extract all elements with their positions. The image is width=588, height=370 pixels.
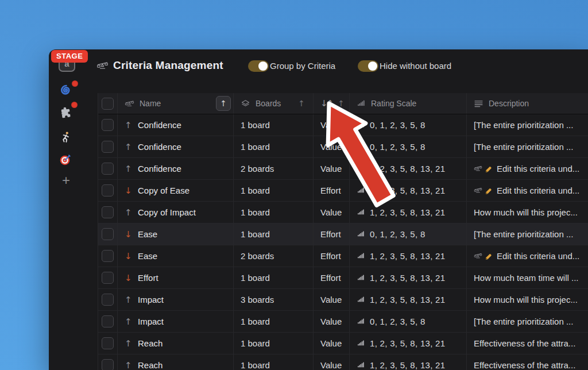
description-cell[interactable]: Edit this criteria und... xyxy=(467,180,588,201)
target-icon[interactable] xyxy=(59,153,72,167)
name-cell[interactable]: ↑ Confidence xyxy=(118,136,234,157)
table-row[interactable]: ↑ Reach 1 board Value 1, 2, 3, 5, 8, 13,… xyxy=(98,333,588,354)
name-cell[interactable]: ↑ Confidence xyxy=(118,158,234,179)
row-checkbox[interactable] xyxy=(102,294,114,306)
table-row[interactable]: ↑ Impact 1 board Value 0, 1, 2, 3, 5, 8 … xyxy=(98,311,588,333)
table-row[interactable]: ↓ Ease 2 boards Effort 1, 2, 3, 5, 8, 13… xyxy=(98,245,588,267)
type-cell[interactable]: Effort xyxy=(314,267,350,288)
rating-scale-cell[interactable]: 1, 2, 3, 5, 8, 13, 21 xyxy=(350,354,467,370)
name-cell[interactable]: ↓ Copy of Ease xyxy=(118,180,234,201)
column-header-name[interactable]: Name ↑ xyxy=(118,93,234,114)
type-cell[interactable]: Value xyxy=(314,202,350,223)
rating-scale-cell[interactable]: 0, 1, 2, 3, 5, 8 xyxy=(350,114,467,136)
type-cell[interactable]: Value xyxy=(314,158,350,179)
type-cell[interactable]: Effort xyxy=(314,245,350,267)
row-checkbox[interactable] xyxy=(102,163,114,175)
type-cell[interactable]: Value xyxy=(314,311,350,332)
name-cell[interactable]: ↑ Impact xyxy=(118,289,234,310)
description-cell[interactable]: Edit this criteria und... xyxy=(467,245,588,267)
sort-asc-button[interactable]: ↑ xyxy=(216,96,231,111)
boards-cell[interactable]: 1 board xyxy=(234,311,314,332)
row-checkbox[interactable] xyxy=(102,119,114,131)
description-cell[interactable]: [The entire prioritization ... xyxy=(467,223,588,245)
description-cell[interactable]: [The entire prioritization ... xyxy=(467,136,588,157)
select-all-checkbox[interactable] xyxy=(102,98,114,110)
runner-icon[interactable] xyxy=(59,130,72,144)
boards-cell[interactable]: 1 board xyxy=(234,333,314,354)
rating-scale-cell[interactable]: 0, 1, 2, 3, 5, 8 xyxy=(350,136,467,157)
puzzle-icon[interactable] xyxy=(59,106,72,120)
boards-cell[interactable]: 1 board xyxy=(234,136,314,157)
table-row[interactable]: ↑ Copy of Impact 1 board Value 1, 2, 3, … xyxy=(98,202,588,223)
boards-cell[interactable]: 2 boards xyxy=(234,245,314,267)
name-cell[interactable]: ↓ Effort xyxy=(118,267,234,288)
row-checkbox[interactable] xyxy=(102,272,114,284)
description-cell[interactable]: Effectiveness of the attra... xyxy=(467,354,588,370)
type-cell[interactable]: Value xyxy=(314,114,350,136)
notification-dot xyxy=(71,102,78,108)
rating-scale-cell[interactable]: 0, 1, 2, 3, 5, 8 xyxy=(350,223,467,245)
description-cell[interactable]: How much will this projec... xyxy=(467,289,588,310)
type-cell[interactable]: Value xyxy=(314,354,350,370)
boards-cell[interactable]: 1 board xyxy=(234,267,314,288)
type-cell[interactable]: Value xyxy=(314,289,350,310)
add-workspace-button[interactable]: + xyxy=(59,174,73,187)
description-cell[interactable]: [The entire prioritization ... xyxy=(467,114,588,136)
boards-cell[interactable]: 1 board xyxy=(234,223,314,245)
rating-scale-cell[interactable]: 1, 2, 3, 5, 8, 13, 21 xyxy=(350,333,467,354)
description-cell[interactable]: How much will this projec... xyxy=(467,202,588,223)
table-row[interactable]: ↑ Confidence 2 boards Value 1, 2, 3, 5, … xyxy=(98,158,588,180)
name-cell[interactable]: ↓ Ease xyxy=(118,245,234,267)
cyclone-icon[interactable] xyxy=(59,83,72,97)
row-checkbox[interactable] xyxy=(102,141,114,153)
boards-cell[interactable]: 1 board xyxy=(234,114,314,136)
description-cell[interactable]: Effectiveness of the attra... xyxy=(467,333,588,354)
type-cell[interactable]: Effort xyxy=(314,180,350,201)
description-cell[interactable]: Edit this criteria und... xyxy=(467,158,588,179)
table-row[interactable]: ↓ Effort 1 board Effort 1, 2, 3, 5, 8, 1… xyxy=(98,267,588,289)
table-row[interactable]: ↓ Ease 1 board Effort 0, 1, 2, 3, 5, 8 [… xyxy=(98,223,588,245)
boards-cell[interactable]: 1 board xyxy=(234,202,314,223)
table-row[interactable]: ↑ Reach 1 board Value 1, 2, 3, 5, 8, 13,… xyxy=(98,354,588,370)
rating-scale-cell[interactable]: 1, 2, 3, 5, 8, 13, 21 xyxy=(350,289,467,310)
name-cell[interactable]: ↑ Reach xyxy=(118,354,234,370)
column-header-rating-scale[interactable]: Rating Scale xyxy=(350,93,467,114)
row-checkbox[interactable] xyxy=(102,315,114,327)
row-checkbox[interactable] xyxy=(102,250,114,262)
rating-scale-cell[interactable]: 1, 2, 3, 5, 8, 13, 21 xyxy=(350,158,467,179)
type-cell[interactable]: Value xyxy=(314,333,350,354)
name-cell[interactable]: ↑ Impact xyxy=(118,311,234,332)
row-checkbox[interactable] xyxy=(102,359,114,370)
column-header-boards[interactable]: Boards ↑ xyxy=(234,93,314,114)
rating-scale-cell[interactable]: 1, 2, 3, 5, 8, 13, 21 xyxy=(350,180,467,201)
boards-cell[interactable]: 2 boards xyxy=(234,158,314,179)
group-by-criteria-toggle[interactable] xyxy=(248,60,269,72)
description-cell[interactable]: [The entire prioritization ... xyxy=(467,311,588,332)
name-cell[interactable]: ↑ Copy of Impact xyxy=(118,202,234,223)
criteria-name: Confidence xyxy=(138,164,181,174)
name-cell[interactable]: ↑ Confidence xyxy=(118,114,234,136)
table-row[interactable]: ↑ Confidence 1 board Value 0, 1, 2, 3, 5… xyxy=(98,136,588,158)
table-row[interactable]: ↑ Impact 3 boards Value 1, 2, 3, 5, 8, 1… xyxy=(98,289,588,311)
table-row[interactable]: ↓ Copy of Ease 1 board Effort 1, 2, 3, 5… xyxy=(98,180,588,202)
row-checkbox[interactable] xyxy=(102,337,114,349)
column-header-description[interactable]: Description xyxy=(467,93,588,114)
hide-without-board-toggle[interactable] xyxy=(358,60,378,72)
table-row[interactable]: ↑ Confidence 1 board Value 0, 1, 2, 3, 5… xyxy=(98,114,588,136)
description-cell[interactable]: How much team time will ... xyxy=(467,267,588,288)
row-checkbox[interactable] xyxy=(102,228,114,240)
row-checkbox[interactable] xyxy=(102,206,114,218)
rating-scale-cell[interactable]: 0, 1, 2, 3, 5, 8 xyxy=(350,311,467,332)
name-cell[interactable]: ↑ Reach xyxy=(118,333,234,354)
type-cell[interactable]: Effort xyxy=(314,223,350,245)
rating-scale-cell[interactable]: 1, 2, 3, 5, 8, 13, 21 xyxy=(350,202,467,223)
boards-cell[interactable]: 1 board xyxy=(234,180,314,201)
rating-scale-cell[interactable]: 1, 2, 3, 5, 8, 13, 21 xyxy=(350,245,467,267)
boards-cell[interactable]: 1 board xyxy=(234,354,314,370)
boards-cell[interactable]: 3 boards xyxy=(234,289,314,310)
row-checkbox[interactable] xyxy=(102,184,114,196)
type-cell[interactable]: Value xyxy=(314,136,350,157)
column-header-sort[interactable]: ↓↑ ↑ xyxy=(314,93,350,114)
rating-scale-cell[interactable]: 1, 2, 3, 5, 8, 13, 21 xyxy=(350,267,467,288)
name-cell[interactable]: ↓ Ease xyxy=(118,223,234,245)
